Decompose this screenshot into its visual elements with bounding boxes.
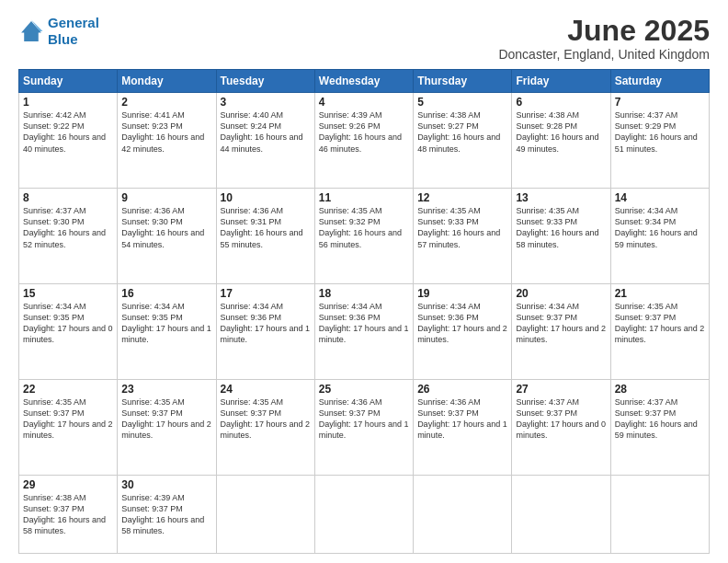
cell-text: Sunrise: 4:35 AMSunset: 9:33 PMDaylight:…	[516, 206, 598, 248]
day-number: 22	[23, 383, 113, 396]
day-cell: 3Sunrise: 4:40 AMSunset: 9:24 PMDaylight…	[216, 93, 314, 189]
day-number: 4	[319, 96, 409, 109]
day-cell: 27Sunrise: 4:37 AMSunset: 9:37 PMDayligh…	[512, 380, 610, 476]
day-cell: 24Sunrise: 4:35 AMSunset: 9:37 PMDayligh…	[216, 380, 314, 476]
day-cell: 12Sunrise: 4:35 AMSunset: 9:33 PMDayligh…	[414, 189, 512, 284]
cell-text: Sunrise: 4:36 AMSunset: 9:30 PMDaylight:…	[121, 206, 204, 248]
cell-text: Sunrise: 4:34 AMSunset: 9:36 PMDaylight:…	[319, 302, 409, 344]
day-number: 3	[221, 96, 311, 109]
day-number: 6	[516, 96, 606, 109]
day-number: 23	[121, 383, 211, 396]
day-cell: 17Sunrise: 4:34 AMSunset: 9:36 PMDayligh…	[216, 284, 314, 380]
day-cell: 7Sunrise: 4:37 AMSunset: 9:29 PMDaylight…	[610, 93, 709, 189]
logo-icon	[18, 18, 44, 44]
day-number: 20	[516, 287, 606, 300]
day-cell: 21Sunrise: 4:35 AMSunset: 9:37 PMDayligh…	[610, 284, 709, 380]
day-number: 5	[417, 96, 507, 109]
week-row-1: 1Sunrise: 4:42 AMSunset: 9:22 PMDaylight…	[19, 93, 710, 189]
day-cell: 29Sunrise: 4:38 AMSunset: 9:37 PMDayligh…	[19, 475, 118, 553]
col-header-wednesday: Wednesday	[314, 70, 413, 93]
day-number: 12	[417, 191, 507, 204]
cell-text: Sunrise: 4:36 AMSunset: 9:37 PMDaylight:…	[319, 397, 409, 440]
cell-text: Sunrise: 4:41 AMSunset: 9:23 PMDaylight:…	[121, 110, 204, 153]
day-cell	[314, 475, 413, 553]
cell-text: Sunrise: 4:36 AMSunset: 9:31 PMDaylight:…	[221, 206, 303, 248]
day-number: 29	[23, 478, 113, 491]
day-cell: 26Sunrise: 4:36 AMSunset: 9:37 PMDayligh…	[414, 380, 512, 476]
col-header-friday: Friday	[512, 70, 610, 93]
day-cell: 5Sunrise: 4:38 AMSunset: 9:27 PMDaylight…	[414, 93, 512, 189]
day-cell: 1Sunrise: 4:42 AMSunset: 9:22 PMDaylight…	[19, 93, 118, 189]
day-number: 11	[319, 191, 409, 204]
day-cell	[414, 475, 512, 553]
cell-text: Sunrise: 4:37 AMSunset: 9:29 PMDaylight:…	[615, 110, 698, 153]
day-number: 19	[417, 287, 507, 300]
week-row-4: 22Sunrise: 4:35 AMSunset: 9:37 PMDayligh…	[19, 380, 710, 476]
day-cell: 28Sunrise: 4:37 AMSunset: 9:37 PMDayligh…	[610, 380, 709, 476]
cell-text: Sunrise: 4:35 AMSunset: 9:33 PMDaylight:…	[417, 206, 500, 248]
col-header-monday: Monday	[118, 70, 216, 93]
cell-text: Sunrise: 4:37 AMSunset: 9:30 PMDaylight:…	[23, 206, 106, 248]
day-cell: 16Sunrise: 4:34 AMSunset: 9:35 PMDayligh…	[118, 284, 216, 380]
day-cell: 13Sunrise: 4:35 AMSunset: 9:33 PMDayligh…	[512, 189, 610, 284]
cell-text: Sunrise: 4:37 AMSunset: 9:37 PMDaylight:…	[615, 397, 698, 440]
cell-text: Sunrise: 4:34 AMSunset: 9:36 PMDaylight:…	[417, 302, 507, 344]
day-number: 10	[221, 191, 311, 204]
week-row-3: 15Sunrise: 4:34 AMSunset: 9:35 PMDayligh…	[19, 284, 710, 380]
day-number: 25	[319, 383, 409, 396]
day-cell: 10Sunrise: 4:36 AMSunset: 9:31 PMDayligh…	[216, 189, 314, 284]
day-number: 27	[516, 383, 606, 396]
cell-text: Sunrise: 4:40 AMSunset: 9:24 PMDaylight:…	[221, 110, 303, 153]
day-number: 13	[516, 191, 606, 204]
title-block: June 2025 Doncaster, England, United Kin…	[498, 15, 710, 62]
day-number: 21	[615, 287, 705, 300]
day-number: 17	[221, 287, 311, 300]
day-cell: 9Sunrise: 4:36 AMSunset: 9:30 PMDaylight…	[118, 189, 216, 284]
col-header-thursday: Thursday	[414, 70, 512, 93]
cell-text: Sunrise: 4:36 AMSunset: 9:37 PMDaylight:…	[417, 397, 507, 440]
day-number: 7	[615, 96, 705, 109]
day-number: 14	[615, 191, 705, 204]
day-cell: 11Sunrise: 4:35 AMSunset: 9:32 PMDayligh…	[314, 189, 413, 284]
location: Doncaster, England, United Kingdom	[498, 47, 710, 62]
header: General Blue June 2025 Doncaster, Englan…	[18, 15, 710, 62]
day-cell: 14Sunrise: 4:34 AMSunset: 9:34 PMDayligh…	[610, 189, 709, 284]
day-number: 15	[23, 287, 113, 300]
svg-marker-1	[21, 21, 41, 41]
cell-text: Sunrise: 4:37 AMSunset: 9:37 PMDaylight:…	[516, 397, 606, 440]
col-header-tuesday: Tuesday	[216, 70, 314, 93]
day-number: 18	[319, 287, 409, 300]
col-header-saturday: Saturday	[610, 70, 709, 93]
day-cell: 23Sunrise: 4:35 AMSunset: 9:37 PMDayligh…	[118, 380, 216, 476]
cell-text: Sunrise: 4:34 AMSunset: 9:34 PMDaylight:…	[615, 206, 698, 248]
cell-text: Sunrise: 4:35 AMSunset: 9:37 PMDaylight:…	[615, 302, 705, 344]
week-row-5: 29Sunrise: 4:38 AMSunset: 9:37 PMDayligh…	[19, 475, 710, 553]
day-cell: 25Sunrise: 4:36 AMSunset: 9:37 PMDayligh…	[314, 380, 413, 476]
day-cell: 30Sunrise: 4:39 AMSunset: 9:37 PMDayligh…	[118, 475, 216, 553]
day-number: 9	[121, 191, 211, 204]
cell-text: Sunrise: 4:38 AMSunset: 9:37 PMDaylight:…	[23, 493, 106, 535]
day-number: 1	[23, 96, 113, 109]
day-cell	[610, 475, 709, 553]
cell-text: Sunrise: 4:35 AMSunset: 9:37 PMDaylight:…	[23, 397, 113, 440]
day-number: 2	[121, 96, 211, 109]
cell-text: Sunrise: 4:34 AMSunset: 9:36 PMDaylight:…	[221, 302, 311, 344]
day-number: 28	[615, 383, 705, 396]
logo: General Blue	[18, 15, 99, 48]
col-header-sunday: Sunday	[19, 70, 118, 93]
cell-text: Sunrise: 4:38 AMSunset: 9:28 PMDaylight:…	[516, 110, 598, 153]
logo-line1: General	[48, 15, 99, 30]
logo-text: General Blue	[48, 15, 99, 48]
page: General Blue June 2025 Doncaster, Englan…	[0, 0, 728, 563]
day-cell: 18Sunrise: 4:34 AMSunset: 9:36 PMDayligh…	[314, 284, 413, 380]
day-cell: 2Sunrise: 4:41 AMSunset: 9:23 PMDaylight…	[118, 93, 216, 189]
day-number: 16	[121, 287, 211, 300]
cell-text: Sunrise: 4:35 AMSunset: 9:37 PMDaylight:…	[121, 397, 211, 440]
day-number: 26	[417, 383, 507, 396]
day-number: 30	[121, 478, 211, 491]
day-cell: 20Sunrise: 4:34 AMSunset: 9:37 PMDayligh…	[512, 284, 610, 380]
day-cell: 15Sunrise: 4:34 AMSunset: 9:35 PMDayligh…	[19, 284, 118, 380]
cell-text: Sunrise: 4:38 AMSunset: 9:27 PMDaylight:…	[417, 110, 500, 153]
day-cell: 4Sunrise: 4:39 AMSunset: 9:26 PMDaylight…	[314, 93, 413, 189]
cell-text: Sunrise: 4:39 AMSunset: 9:26 PMDaylight:…	[319, 110, 402, 153]
